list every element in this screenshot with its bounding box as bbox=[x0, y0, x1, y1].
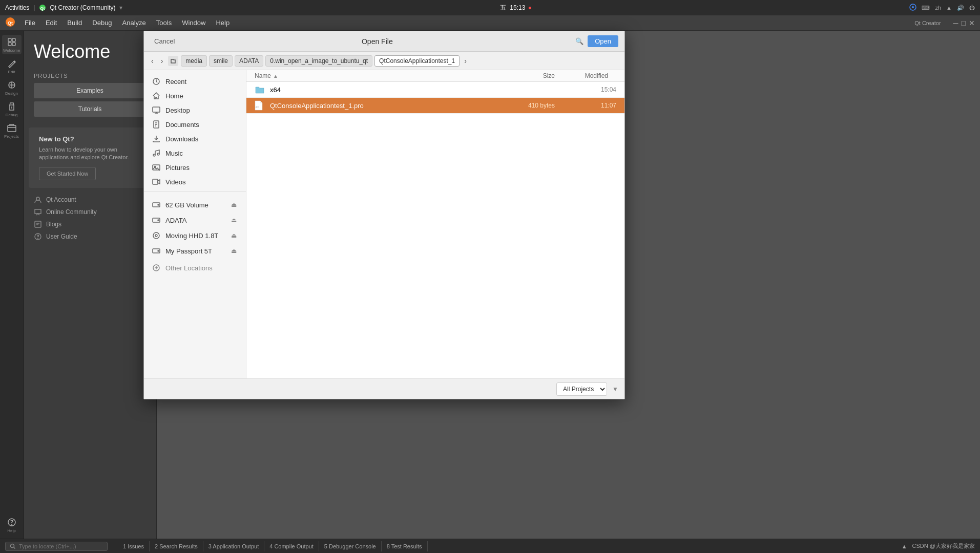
menu-analyze[interactable]: Analyze bbox=[118, 17, 150, 29]
wifi-icon: ▲ bbox=[946, 5, 952, 11]
close-btn[interactable]: ✕ bbox=[969, 19, 975, 27]
sidebar-item-62gb[interactable]: 62 GB Volume ⏏ bbox=[144, 197, 246, 212]
sidebar-item-recent[interactable]: Recent bbox=[144, 74, 246, 89]
dialog-bottom: All Projects ▼ bbox=[144, 378, 624, 399]
file-item-pro[interactable]: pro QtConsoleApplicationtest_1.pro 410 b… bbox=[246, 98, 624, 114]
svg-point-28 bbox=[158, 204, 159, 205]
col-name[interactable]: Name ▲ bbox=[255, 72, 504, 79]
sidebar-item-other-locations[interactable]: Other Locations bbox=[144, 261, 246, 275]
file-list: x64 15:04 pro QtConsoleApplicationtest_1… bbox=[246, 82, 624, 378]
menu-edit[interactable]: Edit bbox=[41, 17, 61, 29]
sidebar-item-downloads[interactable]: Downloads bbox=[144, 132, 246, 146]
search-input[interactable] bbox=[19, 543, 101, 549]
svg-point-30 bbox=[158, 220, 159, 221]
dialog-sidebar: Recent Home Desktop bbox=[144, 70, 246, 378]
welcome-links: Qt Account Online Community Blogs bbox=[24, 190, 156, 246]
sidebar-item-projects[interactable]: Projects bbox=[2, 121, 22, 140]
sidebar-item-home[interactable]: Home bbox=[144, 89, 246, 103]
minimize-btn[interactable]: ─ bbox=[953, 19, 958, 27]
status-tab-output[interactable]: 3 Application Output bbox=[203, 541, 264, 551]
file-item-x64[interactable]: x64 15:04 bbox=[246, 82, 624, 98]
open-file-dialog: Cancel Open File 🔍 Open ‹ › media smile … bbox=[143, 31, 625, 399]
sidebar-item-welcome[interactable]: Welcome bbox=[2, 35, 22, 54]
volume-icon: 🔊 bbox=[957, 5, 964, 11]
nav-forward-button[interactable]: › bbox=[158, 55, 166, 67]
sidebar-item-edit[interactable]: Edit bbox=[2, 56, 22, 76]
account-link[interactable]: Qt Account bbox=[34, 196, 146, 204]
menu-window[interactable]: Window bbox=[178, 17, 210, 29]
status-bar: 1 Issues 2 Search Results 3 Application … bbox=[0, 539, 980, 553]
menu-file[interactable]: File bbox=[20, 17, 39, 29]
blogs-link[interactable]: Blogs bbox=[34, 220, 146, 228]
menu-build[interactable]: Build bbox=[63, 17, 86, 29]
file-size-pro: 410 bytes bbox=[504, 102, 555, 109]
file-name-pro: QtConsoleApplicationtest_1.pro bbox=[270, 102, 504, 110]
svg-rect-15 bbox=[35, 221, 41, 227]
community-link[interactable]: Online Community bbox=[34, 208, 146, 216]
examples-button[interactable]: Examples bbox=[34, 83, 146, 98]
dialog-body: Recent Home Desktop bbox=[144, 70, 624, 378]
menu-tools[interactable]: Tools bbox=[152, 17, 176, 29]
tutorials-button[interactable]: Tutorials bbox=[34, 101, 146, 117]
lang-label: zh bbox=[935, 5, 941, 11]
sidebar-item-help[interactable]: Help bbox=[2, 515, 22, 535]
search-box[interactable] bbox=[5, 542, 108, 551]
projects-section: Projects Examples Tutorials bbox=[24, 68, 156, 125]
status-tab-test[interactable]: 8 Test Results bbox=[382, 541, 428, 551]
svg-point-34 bbox=[158, 250, 159, 251]
eject-hhd-button[interactable]: ⏏ bbox=[230, 231, 238, 240]
status-tab-search[interactable]: 2 Search Results bbox=[150, 541, 203, 551]
col-size: Size bbox=[504, 72, 555, 79]
svg-rect-11 bbox=[8, 125, 16, 132]
dialog-cancel-button[interactable]: Cancel bbox=[150, 35, 179, 47]
svg-point-32 bbox=[155, 235, 157, 237]
new-to-qt-description: Learn how to develop your own applicatio… bbox=[39, 146, 141, 162]
breadcrumb-adata[interactable]: ADATA bbox=[235, 55, 263, 67]
nav-more-button[interactable]: › bbox=[461, 55, 470, 67]
breadcrumb-smile[interactable]: smile bbox=[209, 55, 233, 67]
filter-dropdown-arrow: ▼ bbox=[612, 386, 618, 393]
breadcrumb-current[interactable]: QtConsoleApplicationtest_1 bbox=[374, 55, 460, 67]
new-to-qt-panel: New to Qt? Learn how to develop your own… bbox=[29, 127, 151, 188]
status-extra: ▲ bbox=[902, 543, 907, 549]
dialog-open-button[interactable]: Open bbox=[588, 35, 618, 47]
sidebar-item-videos[interactable]: Videos bbox=[144, 175, 246, 189]
status-tab-compile[interactable]: 4 Compile Output bbox=[264, 541, 319, 551]
status-tab-issues[interactable]: 1 Issues bbox=[118, 541, 150, 551]
dialog-search-button[interactable]: 🔍 bbox=[575, 37, 583, 45]
welcome-title: Welcome bbox=[24, 31, 156, 68]
maximize-btn[interactable]: □ bbox=[962, 19, 966, 27]
dialog-toolbar: ‹ › media smile ADATA 0.win_open_a_image… bbox=[144, 52, 624, 70]
status-tab-debugger[interactable]: 5 Debugger Console bbox=[319, 541, 382, 551]
sidebar-item-moving-hhd[interactable]: Moving HHD 1.8T ⏏ bbox=[144, 228, 246, 243]
eject-62gb-button[interactable]: ⏏ bbox=[230, 200, 238, 209]
get-started-button[interactable]: Get Started Now bbox=[39, 167, 96, 180]
sidebar-item-design[interactable]: Design bbox=[2, 78, 22, 97]
csdn-label: CSDN @大家好我是家家 bbox=[912, 542, 975, 550]
sidebar-item-adata[interactable]: ADATA ⏏ bbox=[144, 212, 246, 228]
sidebar-item-desktop[interactable]: Desktop bbox=[144, 103, 246, 117]
sidebar-item-passport[interactable]: My Passport 5T ⏏ bbox=[144, 243, 246, 259]
breadcrumb-media[interactable]: media bbox=[181, 55, 207, 67]
file-list-header: Name ▲ Size Modified bbox=[246, 70, 624, 82]
menu-help[interactable]: Help bbox=[212, 17, 234, 29]
user-guide-link[interactable]: User Guide bbox=[34, 232, 146, 241]
activities-button[interactable]: Activities bbox=[5, 4, 29, 11]
sidebar-item-debug[interactable]: Debug bbox=[2, 99, 22, 119]
sort-icon: ▲ bbox=[273, 73, 278, 79]
sidebar-item-documents[interactable]: Documents bbox=[144, 117, 246, 132]
menu-debug[interactable]: Debug bbox=[88, 17, 116, 29]
file-modified-pro: 11:07 bbox=[555, 102, 616, 109]
file-filter-select[interactable]: All Projects bbox=[556, 382, 607, 396]
welcome-panel: Welcome Projects Examples Tutorials New … bbox=[24, 31, 157, 539]
sidebar-item-music[interactable]: Music bbox=[144, 146, 246, 160]
sidebar-item-pictures[interactable]: Pictures bbox=[144, 160, 246, 175]
file-area: Name ▲ Size Modified x64 15:04 bbox=[246, 70, 624, 378]
svg-point-31 bbox=[153, 232, 159, 239]
nav-back-button[interactable]: ‹ bbox=[148, 55, 157, 67]
eject-adata-button[interactable]: ⏏ bbox=[230, 216, 238, 225]
breadcrumb-path[interactable]: 0.win_open_a_image_to_ubuntu_qt bbox=[265, 55, 372, 67]
eject-passport-button[interactable]: ⏏ bbox=[230, 246, 238, 256]
system-bar: Activities | Qt Qt Creator (Community) ▾… bbox=[0, 0, 980, 15]
svg-rect-26 bbox=[153, 179, 158, 184]
